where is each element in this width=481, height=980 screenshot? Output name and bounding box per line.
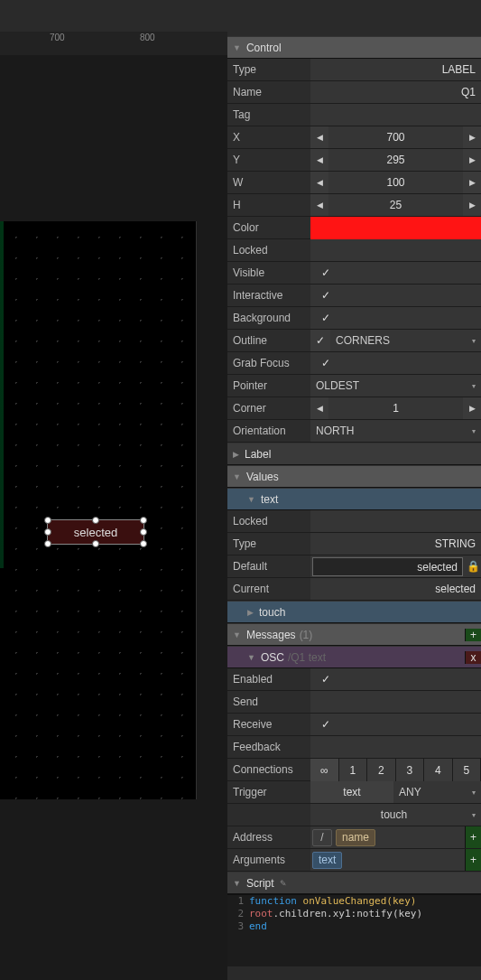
label-corner: Corner	[227, 397, 310, 419]
canvas[interactable]: selected	[0, 221, 197, 799]
osc-message-header[interactable]: OSC /Q1 text x	[227, 646, 481, 668]
label-tag: Tag	[227, 104, 310, 126]
interactive-toggle[interactable]	[310, 285, 481, 306]
lock-icon[interactable]: 🔒	[465, 555, 481, 577]
address-slash-tag[interactable]: /	[312, 829, 332, 846]
conn-3[interactable]: 3	[396, 759, 425, 781]
address-add-button[interactable]: +	[465, 826, 481, 848]
h-value[interactable]: 25	[328, 194, 463, 216]
w-value[interactable]: 100	[328, 172, 463, 193]
section-control[interactable]: Control	[227, 36, 481, 59]
y-value[interactable]: 295	[328, 149, 463, 171]
w-dec[interactable]: ◀	[310, 172, 328, 193]
section-values[interactable]: Values	[227, 465, 481, 488]
locked-toggle[interactable]	[310, 239, 481, 261]
value-text-title: text	[261, 493, 278, 506]
x-value[interactable]: 700	[328, 126, 463, 148]
w-inc[interactable]: ▶	[463, 172, 481, 193]
conn-4[interactable]: 4	[424, 759, 453, 781]
value-touch-header[interactable]: touch	[227, 601, 481, 623]
remove-message-button[interactable]: x	[465, 651, 481, 664]
x-inc[interactable]: ▶	[463, 126, 481, 148]
conn-5[interactable]: 5	[453, 759, 482, 781]
trigger-value-text[interactable]: text	[310, 781, 393, 803]
vlocked-check	[316, 510, 336, 532]
orientation-select[interactable]: NORTH ▾	[310, 420, 481, 442]
script-editor[interactable]: 1function onValueChanged(key) 2root.chil…	[227, 894, 481, 966]
feedback-check	[316, 736, 336, 758]
trigger-touch-select[interactable]: touch ▾	[310, 804, 481, 826]
background-check	[316, 307, 336, 329]
label-control-selected[interactable]: selected	[47, 519, 144, 545]
y-dec[interactable]: ◀	[310, 149, 328, 171]
address-name-tag[interactable]: name	[336, 829, 375, 846]
label-pointer: Pointer	[227, 375, 310, 397]
arguments-text-tag[interactable]: text	[312, 852, 342, 869]
conn-2[interactable]: 2	[367, 759, 396, 781]
corner-dec[interactable]: ◀	[310, 397, 328, 419]
corner-value[interactable]: 1	[328, 397, 463, 419]
conn-1[interactable]: 1	[339, 759, 368, 781]
arguments-add-button[interactable]: +	[465, 849, 481, 871]
trigger-mode: ANY	[399, 786, 421, 798]
x-spinner[interactable]: ◀ 700 ▶	[310, 126, 481, 148]
send-toggle[interactable]	[310, 691, 481, 713]
current-value[interactable]: selected	[310, 578, 481, 600]
label-arguments: Arguments	[227, 849, 310, 871]
label-receive: Receive	[227, 714, 310, 735]
label-outline: Outline	[227, 330, 310, 351]
trigger-touch: touch	[316, 808, 472, 821]
handle-sw[interactable]	[44, 540, 51, 547]
h-spinner[interactable]: ◀ 25 ▶	[310, 194, 481, 216]
label-color: Color	[227, 217, 310, 238]
visible-toggle[interactable]	[310, 262, 481, 284]
handle-n[interactable]	[92, 517, 99, 524]
default-input[interactable]: selected	[312, 557, 463, 576]
label-y: Y	[227, 149, 310, 171]
outline-check	[310, 330, 330, 351]
vlocked-toggle[interactable]	[310, 510, 481, 532]
y-inc[interactable]: ▶	[463, 149, 481, 171]
add-message-button[interactable]: +	[465, 629, 481, 641]
feedback-toggle[interactable]	[310, 736, 481, 758]
corner-inc[interactable]: ▶	[463, 397, 481, 419]
corner-spinner[interactable]: ◀ 1 ▶	[310, 397, 481, 419]
trigger-mode-select[interactable]: ANY ▾	[393, 781, 481, 803]
section-script[interactable]: Script ✎	[227, 872, 481, 894]
pointer-value: OLDEST	[316, 379, 359, 392]
grab-toggle[interactable]	[310, 352, 481, 374]
handle-w[interactable]	[44, 528, 51, 536]
h-inc[interactable]: ▶	[463, 194, 481, 216]
handle-s[interactable]	[92, 540, 99, 547]
handle-ne[interactable]	[140, 517, 147, 524]
h-dec[interactable]: ◀	[310, 194, 328, 216]
handle-nw[interactable]	[44, 517, 51, 524]
background-toggle[interactable]	[310, 307, 481, 329]
name-input[interactable]: Q1	[310, 81, 481, 103]
expand-icon	[247, 608, 254, 617]
handle-se[interactable]	[140, 540, 147, 547]
section-label[interactable]: Label	[227, 443, 481, 465]
outline-toggle[interactable]	[310, 330, 330, 351]
collapse-icon	[233, 630, 241, 639]
pointer-select[interactable]: OLDEST ▾	[310, 375, 481, 397]
receive-toggle[interactable]	[310, 714, 481, 735]
y-spinner[interactable]: ◀ 295 ▶	[310, 149, 481, 171]
conn-inf[interactable]: ∞	[310, 759, 339, 781]
x-dec[interactable]: ◀	[310, 126, 328, 148]
caret-icon: ▾	[472, 789, 476, 797]
canvas-area[interactable]: 700 800 selected	[0, 32, 227, 980]
label-w: W	[227, 172, 310, 193]
w-spinner[interactable]: ◀ 100 ▶	[310, 172, 481, 193]
label-address: Address	[227, 826, 310, 848]
tag-input[interactable]	[310, 104, 481, 126]
section-messages[interactable]: Messages (1) +	[227, 623, 481, 646]
enabled-toggle[interactable]	[310, 668, 481, 690]
handle-e[interactable]	[140, 528, 147, 536]
script-edit-icon[interactable]: ✎	[280, 879, 287, 888]
outline-select[interactable]: CORNERS ▾	[330, 330, 481, 351]
color-swatch[interactable]	[310, 217, 481, 239]
caret-icon: ▾	[472, 382, 476, 390]
section-label-title: Label	[245, 448, 271, 461]
value-text-header[interactable]: text	[227, 488, 481, 510]
